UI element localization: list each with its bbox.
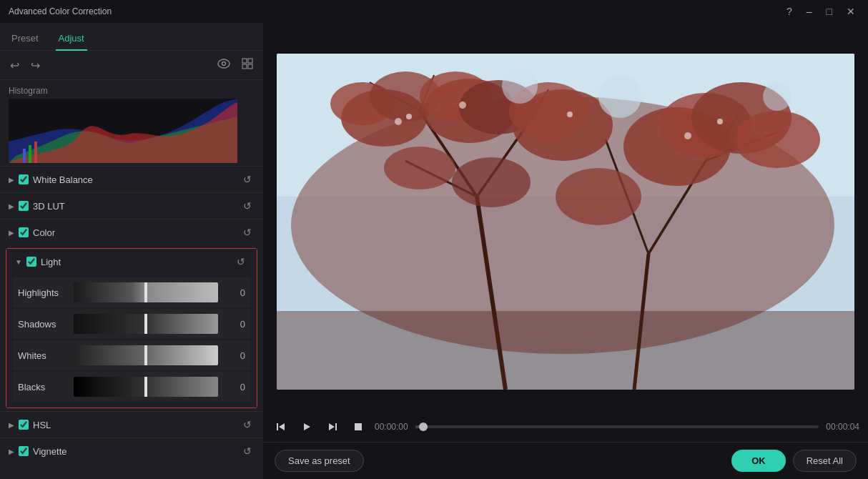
svg-rect-5 [248,64,252,69]
minimize-button[interactable]: – [802,5,817,18]
svg-rect-53 [335,423,337,430]
svg-point-36 [452,157,531,207]
section-white-balance-header[interactable]: ▶ White Balance ↺ [0,166,263,192]
previous-frame-button[interactable] [272,418,290,436]
video-preview [277,54,854,390]
section-vignette-header[interactable]: ▶ Vignette ↺ [0,438,263,464]
svg-marker-49 [279,423,285,430]
svg-point-42 [567,112,573,117]
undo-button[interactable]: ↩ [9,57,21,74]
section-color-header[interactable]: ▶ Color ↺ [0,219,263,245]
shadows-label: Shadows [18,319,68,330]
play-button[interactable] [297,418,316,436]
window-controls: ? – □ ✕ [782,5,859,18]
left-panel: Preset Adjust ↩ ↪ [0,23,263,479]
section-hsl-title: HSL [33,420,240,430]
light-checkbox[interactable] [26,257,36,267]
save-preset-button[interactable]: Save as preset [275,450,364,472]
blacks-track-wrapper [74,377,218,397]
section-color: ▶ Color ↺ [0,219,263,245]
toolbar-undo-redo: ↩ ↪ [9,57,41,74]
svg-rect-50 [277,423,278,430]
svg-marker-52 [329,423,335,430]
shadows-slider[interactable] [74,322,218,325]
highlights-track-wrapper [74,282,218,302]
shadows-value: 0 [224,319,245,330]
white-balance-checkbox[interactable] [19,174,29,184]
svg-marker-51 [304,423,310,430]
highlights-value: 0 [224,287,245,298]
chevron-right-icon-vignette: ▶ [9,448,14,455]
svg-point-44 [717,119,723,124]
3d-lut-reset-button[interactable]: ↺ [240,199,255,213]
video-container [277,54,854,390]
shadows-track-wrapper [74,314,218,334]
whites-slider[interactable] [74,354,218,357]
white-balance-reset-button[interactable]: ↺ [240,172,255,187]
ok-button[interactable]: OK [731,450,786,472]
hsl-checkbox[interactable] [19,420,29,430]
vignette-checkbox[interactable] [19,446,29,456]
tabs-bar: Preset Adjust [0,23,263,51]
section-vignette-title: Vignette [33,446,240,457]
current-time: 00:00:00 [375,422,408,432]
section-light-header[interactable]: ▼ Light ↺ [6,249,257,275]
light-sliders: Highlights 0 Shadows [6,275,257,408]
section-color-title: Color [33,227,240,238]
section-hsl: ▶ HSL ↺ [0,411,263,438]
svg-point-37 [384,147,455,189]
highlights-row: Highlights 0 [12,277,251,307]
chevron-down-icon-light: ▼ [15,258,22,266]
tab-preset[interactable]: Preset [9,29,41,51]
toolbar-right [216,56,255,74]
chevron-right-icon-hsl: ▶ [9,421,14,429]
light-reset-button[interactable]: ↺ [234,255,248,269]
total-time: 00:00:04 [826,422,859,432]
whites-label: Whites [18,350,68,361]
whites-row: Whites 0 [12,340,251,370]
svg-point-40 [406,114,412,119]
video-area [263,23,868,412]
stop-button[interactable] [349,418,368,436]
chevron-right-icon: ▶ [9,176,14,184]
titlebar: Advanced Color Correction ? – □ ✕ [0,0,868,23]
section-hsl-header[interactable]: ▶ HSL ↺ [0,411,263,438]
progress-bar[interactable] [415,425,819,428]
toolbar-row: ↩ ↪ [0,51,263,80]
forward-button[interactable] [323,418,342,436]
histogram-canvas [9,99,237,163]
tab-adjust[interactable]: Adjust [56,29,87,51]
highlights-slider[interactable] [74,291,218,294]
svg-rect-48 [277,311,854,390]
close-button[interactable]: ✕ [842,5,859,18]
playback-bar: 00:00:00 00:00:04 [263,412,868,442]
help-button[interactable]: ? [782,5,797,18]
section-white-balance: ▶ White Balance ↺ [0,166,263,192]
eye-icon-button[interactable] [216,56,232,74]
color-reset-button[interactable]: ↺ [240,225,255,240]
progress-thumb[interactable] [419,423,428,431]
blacks-slider[interactable] [74,385,218,388]
3d-lut-checkbox[interactable] [19,201,29,211]
right-panel: 00:00:00 00:00:04 Save as preset OK Rese… [263,23,868,479]
section-vignette: ▶ Vignette ↺ [0,438,263,464]
bottom-left: Save as preset [275,450,364,472]
svg-rect-7 [29,145,31,163]
vignette-reset-button[interactable]: ↺ [240,444,255,458]
svg-point-35 [734,111,820,168]
section-3d-lut-header[interactable]: ▶ 3D LUT ↺ [0,192,263,219]
svg-rect-3 [248,59,252,63]
main-layout: Preset Adjust ↩ ↪ [0,23,868,479]
svg-point-1 [222,62,226,66]
maximize-button[interactable]: □ [822,5,837,18]
bottom-bar: Save as preset OK Reset All [263,442,868,479]
svg-point-38 [556,168,641,225]
redo-button[interactable]: ↪ [29,57,41,74]
section-3d-lut: ▶ 3D LUT ↺ [0,192,263,219]
section-light-title: Light [41,257,234,267]
reset-all-button[interactable]: Reset All [793,450,857,472]
grid-icon-button[interactable] [240,56,255,74]
hsl-reset-button[interactable]: ↺ [240,418,255,432]
svg-rect-2 [242,59,247,63]
color-checkbox[interactable] [19,227,29,237]
